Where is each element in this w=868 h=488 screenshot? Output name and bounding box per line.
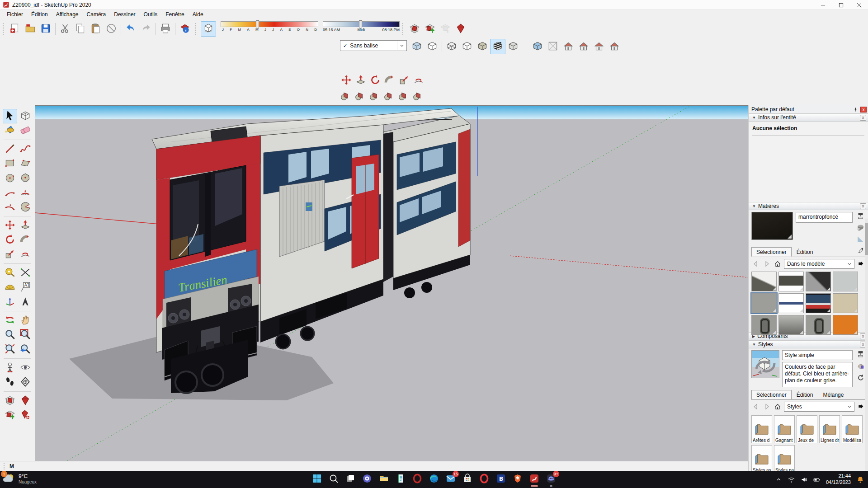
style-folder[interactable]: Jeux de xyxy=(797,415,817,443)
union-button[interactable] xyxy=(367,89,382,104)
date-slider-thumb[interactable] xyxy=(256,20,259,28)
right-view-button[interactable] xyxy=(576,39,591,54)
follow-me-button[interactable] xyxy=(382,73,397,88)
axes-button[interactable] xyxy=(3,295,17,309)
materials-scope-dropdown[interactable]: Dans le modèle xyxy=(784,259,854,269)
copy-button[interactable] xyxy=(73,21,88,37)
redo-button[interactable] xyxy=(138,21,154,37)
subtract-button[interactable] xyxy=(382,89,396,104)
look-around-button[interactable] xyxy=(18,361,33,375)
menu-fichier[interactable]: Fichier xyxy=(3,10,27,19)
brave-button[interactable] xyxy=(511,472,524,486)
task-view-button[interactable] xyxy=(344,472,357,486)
scale-button[interactable] xyxy=(397,73,411,88)
back-icon[interactable] xyxy=(751,402,760,411)
open-button[interactable] xyxy=(23,21,38,37)
details-arrow-icon[interactable] xyxy=(856,402,865,411)
edge-button[interactable] xyxy=(427,472,441,486)
opera-gx-button[interactable] xyxy=(410,472,424,486)
shadow-date-slider[interactable]: JFMAMJJASOND xyxy=(221,21,318,32)
weather-widget[interactable]: 1 9°C Nuageux xyxy=(3,472,37,485)
back-icon[interactable] xyxy=(751,259,760,268)
tab-selectionner[interactable]: Sélectionner xyxy=(751,390,792,399)
extension-warehouse-button[interactable] xyxy=(18,394,33,408)
menu-outils[interactable]: Outils xyxy=(140,10,162,19)
maximize-button[interactable] xyxy=(832,0,850,10)
menu-edition[interactable]: Édition xyxy=(27,10,52,19)
notification-bell-icon[interactable] xyxy=(854,474,866,485)
taskbar-clock[interactable]: 21:44 04/12/2023 xyxy=(824,473,853,486)
material-swatch-train-front[interactable] xyxy=(806,293,831,313)
share-model-button[interactable] xyxy=(422,21,438,37)
tab-selectionner[interactable]: Sélectionner xyxy=(751,247,792,257)
material-swatch-orange[interactable] xyxy=(833,315,858,335)
material-swatch-map[interactable] xyxy=(833,293,858,313)
entity-info-header[interactable]: ▼ Infos sur l'entité x xyxy=(749,113,868,122)
zoom-extents-button[interactable] xyxy=(3,342,17,357)
paste-button[interactable] xyxy=(88,21,104,37)
pin-icon[interactable] xyxy=(852,106,859,113)
material-swatch-navy-stripe[interactable] xyxy=(778,293,804,313)
polygon-button[interactable] xyxy=(18,171,33,185)
bing-button[interactable]: B xyxy=(494,472,508,486)
secondary-pane-icon[interactable] xyxy=(857,212,864,221)
rectangle-button[interactable] xyxy=(3,156,17,171)
forward-icon[interactable] xyxy=(762,259,771,268)
shadows-toggle-button[interactable] xyxy=(201,21,216,37)
viewport-3d[interactable]: Transilien xyxy=(35,105,748,461)
monochrome-button[interactable] xyxy=(505,39,521,54)
rotate-button[interactable] xyxy=(3,233,17,247)
scale-button[interactable] xyxy=(3,247,17,262)
extension-warehouse-button[interactable] xyxy=(453,21,468,37)
pie-button[interactable] xyxy=(18,200,33,214)
materials-header[interactable]: ▼ Matières x xyxy=(749,202,868,210)
follow-me-button[interactable] xyxy=(18,233,33,247)
clipchamp-button[interactable] xyxy=(360,472,374,486)
make-component-button[interactable] xyxy=(18,109,33,123)
share-model-button[interactable] xyxy=(3,408,17,422)
paint-bucket-button[interactable] xyxy=(3,123,17,138)
notepad-button[interactable] xyxy=(394,472,407,486)
three-point-arc-button[interactable] xyxy=(3,200,17,214)
offset-button[interactable] xyxy=(411,73,426,88)
material-name-field[interactable]: marrontropfoncé xyxy=(796,212,853,223)
push-pull-button[interactable] xyxy=(18,218,33,233)
freehand-button[interactable] xyxy=(18,142,33,156)
file-explorer-button[interactable] xyxy=(377,472,391,486)
home-icon[interactable] xyxy=(773,259,782,268)
secondary-pane-icon[interactable] xyxy=(857,350,864,359)
style-folder[interactable]: Modélisa xyxy=(842,415,863,443)
material-swatch-handle[interactable] xyxy=(806,315,831,335)
orbit-button[interactable] xyxy=(3,313,17,328)
save-button[interactable] xyxy=(38,21,53,37)
discord-button[interactable]: 9+ xyxy=(544,472,558,486)
trim-button[interactable] xyxy=(396,89,410,104)
material-swatch-concrete[interactable] xyxy=(751,293,777,313)
create-style-icon[interactable] xyxy=(857,362,864,371)
extension-manager-button[interactable] xyxy=(18,408,33,422)
menu-affichage[interactable]: Affichage xyxy=(52,10,83,19)
material-swatch-diag-black[interactable] xyxy=(806,272,831,291)
text-button[interactable]: A1 xyxy=(18,280,33,295)
tab-edition[interactable]: Édition xyxy=(792,247,818,257)
move-button[interactable] xyxy=(3,218,17,233)
x-ray-button[interactable] xyxy=(409,39,425,54)
shaded-with-textures-button[interactable] xyxy=(490,39,505,54)
push-pull-button[interactable] xyxy=(354,73,368,88)
material-swatch-gradient[interactable] xyxy=(778,315,804,335)
style-name-field[interactable]: Style simple xyxy=(782,350,853,360)
material-swatch-handle[interactable] xyxy=(751,315,777,335)
intersect-button[interactable] xyxy=(353,89,367,104)
rotated-rectangle-button[interactable] xyxy=(18,156,33,171)
pan-button[interactable] xyxy=(18,313,33,328)
default-material-icon[interactable] xyxy=(857,235,864,244)
two-point-arc-button[interactable] xyxy=(18,185,33,200)
back-edges-button[interactable] xyxy=(425,39,440,54)
dimension-button[interactable] xyxy=(18,266,33,280)
entity-close-icon[interactable]: x xyxy=(860,115,866,121)
top-view-button[interactable] xyxy=(545,39,561,54)
tape-measure-button[interactable] xyxy=(3,266,17,280)
select-button[interactable] xyxy=(3,109,17,123)
close-button[interactable] xyxy=(850,0,868,10)
style-folder[interactable]: Arêtes d xyxy=(751,415,772,443)
